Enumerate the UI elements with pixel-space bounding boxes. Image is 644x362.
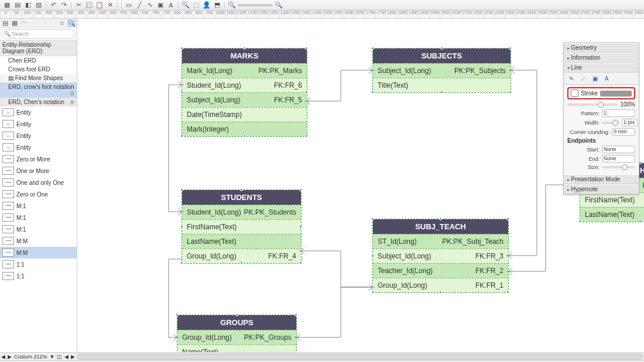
resize-handle[interactable] xyxy=(439,291,442,294)
resize-handle[interactable] xyxy=(294,336,297,339)
text-style-icon[interactable]: A xyxy=(602,74,611,82)
resize-handle[interactable] xyxy=(440,47,443,50)
entity-row[interactable]: LastName(Text) xyxy=(182,234,301,249)
resize-handle[interactable] xyxy=(299,188,302,191)
pages-icon[interactable]: ▦ xyxy=(11,20,19,27)
resize-handle[interactable] xyxy=(240,261,243,264)
width-slider[interactable] xyxy=(602,122,619,124)
stroke-color-swatch[interactable] xyxy=(600,91,632,96)
entity-row[interactable]: Subject_Id(Long)FK:FR_5 xyxy=(182,92,307,107)
close-icon[interactable]: ⊗ xyxy=(70,90,74,96)
resize-handle[interactable] xyxy=(305,91,308,94)
img-icon[interactable]: ▣ xyxy=(156,1,165,9)
resize-handle[interactable] xyxy=(578,220,581,223)
search-toggle-icon[interactable]: 🔍 xyxy=(67,20,76,27)
page-nav-icon[interactable]: ◫ xyxy=(57,354,62,360)
entity-groups[interactable]: GROUPSGroup_Id(Long)PK:PK_GroupsName(Tex… xyxy=(177,315,297,352)
resize-handle[interactable] xyxy=(240,188,243,191)
resize-handle[interactable] xyxy=(299,261,302,264)
palette-item[interactable]: ⟶M:1 xyxy=(0,223,77,235)
resize-handle[interactable] xyxy=(176,313,179,316)
tab-chen[interactable]: ERD, Chen's notation⊗ xyxy=(0,98,77,106)
entity-row[interactable]: Subject_Id(Long)PK:PK_Subjects xyxy=(373,63,511,78)
text-icon[interactable]: A xyxy=(166,1,176,9)
resize-handle[interactable] xyxy=(506,254,509,257)
stroke-checkbox[interactable] xyxy=(571,89,578,97)
section-information[interactable]: Information xyxy=(564,53,639,63)
palette-item[interactable]: ▭Entity xyxy=(0,106,77,118)
tree-header[interactable]: Entity-Relationship Diagram (ERD) xyxy=(0,40,77,56)
undo-icon[interactable]: ↶ xyxy=(49,1,58,9)
resize-handle[interactable] xyxy=(371,91,374,94)
entity-row[interactable]: Student_Id(Long)FK:FR_6 xyxy=(182,78,307,92)
search-input[interactable]: 🔍 Search xyxy=(1,29,76,39)
canvas[interactable]: MARKSMark_Id(Long)PK:PK_MarksStudent_Id(… xyxy=(77,19,644,352)
resize-handle[interactable] xyxy=(305,135,308,137)
zoom-display[interactable]: Custom 212% xyxy=(14,354,47,360)
resize-handle[interactable] xyxy=(371,47,374,50)
palette-item[interactable]: ▭Entity xyxy=(0,130,77,142)
bottom-scrollbar[interactable]: ◀▶ Custom 212% ▼ ◫ ◀ ▶ xyxy=(0,352,644,360)
palette-item[interactable]: ⟶M:M xyxy=(0,247,77,258)
find-icon[interactable]: 🔍 xyxy=(181,1,190,9)
resize-handle[interactable] xyxy=(506,218,509,220)
zoom-slider[interactable] xyxy=(238,4,273,6)
redo-icon[interactable]: ↷ xyxy=(59,1,68,9)
tree-item-crows[interactable]: Crows foot ERD xyxy=(0,65,77,74)
resize-handle[interactable] xyxy=(243,47,246,50)
section-line[interactable]: Line xyxy=(564,63,639,73)
cut-icon[interactable]: ✂ xyxy=(74,1,83,9)
curve-icon[interactable]: ∿ xyxy=(145,1,155,9)
size-slider[interactable] xyxy=(602,166,635,168)
resize-handle[interactable] xyxy=(639,220,642,223)
snap-icon[interactable]: ▧ xyxy=(34,1,43,9)
group-icon[interactable]: ⬒ xyxy=(213,1,222,9)
resize-handle[interactable] xyxy=(509,47,512,50)
resize-handle[interactable] xyxy=(305,47,308,50)
resize-handle[interactable] xyxy=(509,69,512,72)
entity-row[interactable]: Name(Text) xyxy=(177,344,296,352)
pencil-icon[interactable]: ✎ xyxy=(567,74,576,82)
palette-item[interactable]: ▭Entity xyxy=(0,142,77,153)
palette-item[interactable]: ⟶1:1 xyxy=(0,270,77,282)
palette-item[interactable]: ⟶Zero or More xyxy=(0,153,77,165)
entity-row[interactable]: FirstName(Text) xyxy=(182,219,301,234)
start-select[interactable]: None xyxy=(602,146,635,153)
page-icon[interactable]: ▤ xyxy=(13,1,22,9)
palette-item[interactable]: ▭Entity xyxy=(0,118,77,130)
resize-handle[interactable] xyxy=(180,188,183,191)
entity-subj_teach[interactable]: SUBJ_TEACHST_Id(Long)PK:PK_Subj_TeachSub… xyxy=(372,219,509,293)
page-icon[interactable]: ▤ xyxy=(1,20,9,27)
entity-row[interactable]: Teacher_Id(Long)FK:FR_2 xyxy=(373,263,508,278)
opacity-slider[interactable] xyxy=(567,104,618,106)
resize-handle[interactable] xyxy=(180,225,183,228)
resize-handle[interactable] xyxy=(506,291,509,294)
palette-item[interactable]: ⟶1:1 xyxy=(0,258,77,270)
tree-item-chen[interactable]: Chen ERD xyxy=(0,56,77,65)
entity-row[interactable]: LastName(Text) xyxy=(580,207,644,222)
rect-icon[interactable]: ▭ xyxy=(124,1,133,9)
resize-handle[interactable] xyxy=(235,313,238,316)
section-hypernote[interactable]: Hypernote xyxy=(564,184,639,194)
resize-handle[interactable] xyxy=(371,291,374,294)
tab-crows-foot[interactable]: ERD, crow's foot notation⊗ xyxy=(0,82,77,98)
resize-handle[interactable] xyxy=(439,218,442,220)
entity-row[interactable]: ST_Id(Long)PK:PK_Subj_Teach xyxy=(373,234,508,249)
entity-row[interactable]: Group_Id(Long)PK:PK_Groups xyxy=(177,330,296,344)
entity-subjects[interactable]: SUBJECTSSubject_Id(Long)PK:PK_SubjectsTi… xyxy=(372,48,511,93)
resize-handle[interactable] xyxy=(294,313,297,316)
entity-row[interactable]: Subject_Id(Long)FK:FR_3 xyxy=(373,249,508,263)
palette-item[interactable]: ⟶M:M xyxy=(0,235,77,247)
paste-icon[interactable]: 📋 xyxy=(95,1,104,9)
entity-row[interactable]: Mark_Id(Long)PK:PK_Marks xyxy=(182,63,307,78)
zoom-out-icon[interactable]: 🔍 xyxy=(227,1,237,9)
grid-icon[interactable]: ▦ xyxy=(2,1,12,9)
brush-icon[interactable]: ⟋ xyxy=(579,74,587,82)
resize-handle[interactable] xyxy=(180,135,183,137)
palette-item[interactable]: ⟶M:1 xyxy=(0,212,77,223)
find-shapes[interactable]: ▤ Find More Shapes xyxy=(0,74,77,82)
resize-handle[interactable] xyxy=(180,261,183,264)
user-icon[interactable]: 👤 xyxy=(202,1,211,9)
close-icon[interactable]: ⊗ xyxy=(70,99,74,105)
resize-handle[interactable] xyxy=(371,254,374,257)
